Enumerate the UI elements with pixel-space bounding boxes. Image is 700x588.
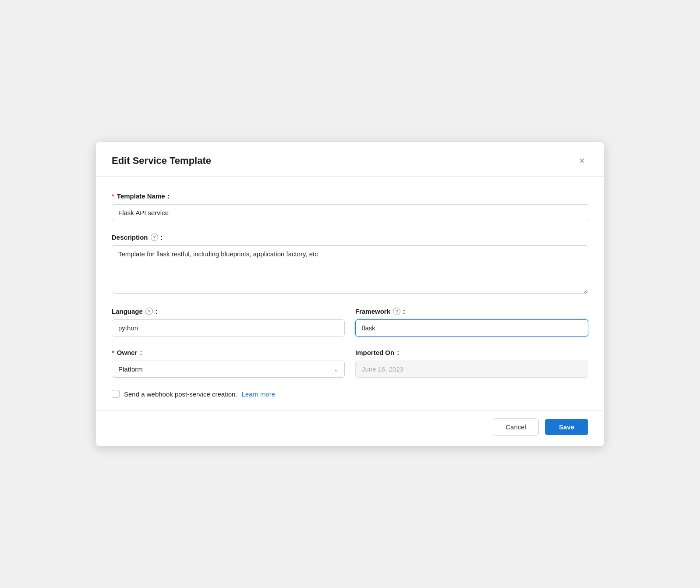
webhook-label: Send a webhook post-service creation. [124, 390, 237, 398]
owner-label: * Owner : [112, 349, 345, 356]
language-help-icon[interactable]: ? [145, 308, 153, 315]
owner-select[interactable]: Platform Other [112, 361, 345, 378]
owner-col: * Owner : Platform Other ⌄ [112, 349, 345, 378]
template-name-group: * Template Name : [112, 192, 588, 221]
template-name-label: * Template Name : [112, 192, 588, 200]
description-help-icon[interactable]: ? [151, 234, 158, 241]
cancel-button[interactable]: Cancel [493, 418, 539, 436]
owner-required-star: * [112, 349, 114, 356]
webhook-checkbox[interactable] [112, 390, 120, 398]
save-button[interactable]: Save [545, 419, 588, 435]
owner-select-wrapper: Platform Other ⌄ [112, 361, 345, 378]
description-label: Description ? : [112, 234, 588, 241]
framework-input[interactable] [355, 319, 588, 337]
template-name-input[interactable] [112, 204, 588, 221]
webhook-row: Send a webhook post-service creation. Le… [112, 390, 588, 398]
webhook-learn-more-link[interactable]: Learn more [241, 390, 275, 398]
description-group: Description ? : Template for flask restf… [112, 234, 588, 295]
edit-service-template-dialog: Edit Service Template × * Template Name … [96, 142, 604, 446]
framework-label: Framework ? : [355, 308, 588, 315]
imported-on-input [355, 361, 588, 378]
description-textarea[interactable]: Template for flask restful, including bl… [112, 245, 588, 294]
required-star: * [112, 192, 114, 200]
language-framework-row: Language ? : Framework ? : [112, 308, 588, 337]
dialog-footer: Cancel Save [96, 410, 604, 446]
language-col: Language ? : [112, 308, 345, 337]
framework-help-icon[interactable]: ? [393, 308, 400, 315]
dialog-header: Edit Service Template × [96, 142, 604, 177]
language-label: Language ? : [112, 308, 345, 315]
owner-imported-row: * Owner : Platform Other ⌄ Imported On : [112, 349, 588, 378]
dialog-body: * Template Name : Description ? : Templa… [96, 177, 604, 410]
imported-on-label: Imported On : [355, 349, 588, 356]
close-button[interactable]: × [576, 154, 588, 167]
framework-col: Framework ? : [355, 308, 588, 337]
language-input[interactable] [112, 319, 345, 337]
dialog-title: Edit Service Template [112, 155, 211, 166]
imported-on-col: Imported On : [355, 349, 588, 378]
